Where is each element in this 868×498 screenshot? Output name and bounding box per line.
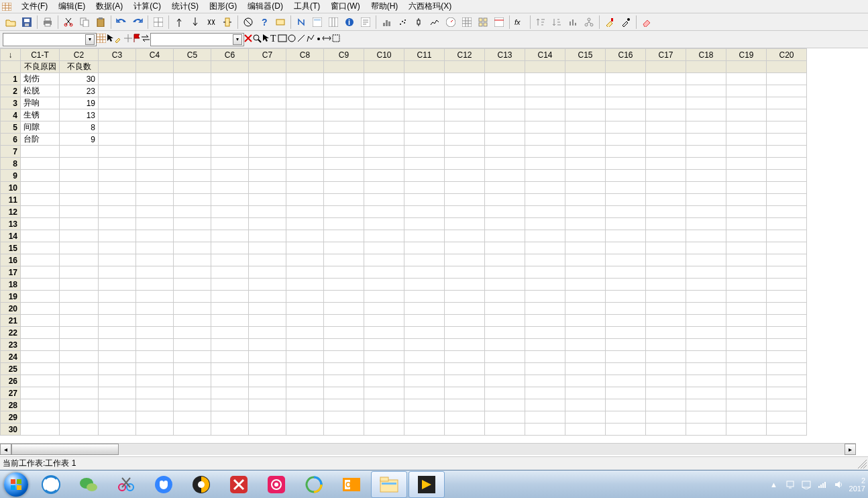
cell[interactable] xyxy=(726,121,767,134)
cell[interactable] xyxy=(485,399,525,411)
cell[interactable] xyxy=(286,85,324,97)
cell[interactable] xyxy=(21,182,60,194)
cell[interactable] xyxy=(565,97,606,109)
sort1-button[interactable] xyxy=(533,15,548,30)
cell[interactable] xyxy=(686,424,726,436)
cell[interactable] xyxy=(606,170,646,182)
cell[interactable] xyxy=(136,351,174,363)
cell[interactable] xyxy=(21,242,60,254)
grid-button[interactable] xyxy=(459,15,474,30)
cell[interactable] xyxy=(136,411,174,424)
cell[interactable] xyxy=(136,375,174,387)
cell[interactable] xyxy=(445,121,485,134)
tray-clock[interactable]: 2 2017 xyxy=(849,477,865,493)
cell[interactable] xyxy=(686,363,726,375)
cell[interactable] xyxy=(174,266,211,279)
cell[interactable] xyxy=(525,242,565,254)
cell[interactable] xyxy=(21,375,60,387)
cell[interactable] xyxy=(136,291,174,303)
cancel-x-button[interactable] xyxy=(244,34,252,44)
cell[interactable]: 异响 xyxy=(21,97,60,109)
worksheet-grid[interactable]: ↓C1-TC2C3C4C5C6C7C8C9C10C11C12C13C14C15C… xyxy=(0,48,868,443)
row-header[interactable]: 5 xyxy=(1,121,21,134)
cell[interactable] xyxy=(565,182,606,194)
col-header[interactable]: C14 xyxy=(525,49,565,61)
cell[interactable] xyxy=(767,363,807,375)
cell[interactable] xyxy=(211,242,249,254)
cell[interactable] xyxy=(445,182,485,194)
cell[interactable] xyxy=(249,230,286,242)
taskbar-app-browser[interactable] xyxy=(33,471,69,498)
cell[interactable] xyxy=(324,303,364,315)
cell[interactable] xyxy=(364,146,404,158)
cell[interactable] xyxy=(767,266,807,279)
cell[interactable] xyxy=(646,266,686,279)
cell[interactable] xyxy=(136,254,174,266)
value-combo[interactable]: ▾ xyxy=(150,33,244,46)
cell[interactable] xyxy=(211,424,249,436)
cell[interactable] xyxy=(286,363,324,375)
scroll-right-button[interactable]: ▸ xyxy=(845,444,856,455)
cell[interactable] xyxy=(286,375,324,387)
cell[interactable] xyxy=(726,242,767,254)
cell[interactable] xyxy=(726,375,767,387)
cell[interactable] xyxy=(174,206,211,218)
cell[interactable] xyxy=(565,327,606,339)
cell[interactable] xyxy=(404,194,445,206)
cell[interactable] xyxy=(21,194,60,206)
taskbar-app-snip[interactable] xyxy=(108,471,144,498)
cell[interactable] xyxy=(767,339,807,351)
tray-up-icon[interactable]: ▲ xyxy=(769,479,779,490)
cell[interactable] xyxy=(286,351,324,363)
cell[interactable] xyxy=(364,158,404,170)
row-header[interactable]: 8 xyxy=(1,158,21,170)
cell[interactable] xyxy=(767,315,807,327)
cell[interactable] xyxy=(646,327,686,339)
cell[interactable] xyxy=(767,206,807,218)
menu-editor[interactable]: 编辑器(D) xyxy=(242,0,288,13)
cell[interactable] xyxy=(99,218,136,230)
cell[interactable] xyxy=(174,279,211,291)
cell[interactable] xyxy=(136,218,174,230)
cell[interactable] xyxy=(485,254,525,266)
cell[interactable] xyxy=(404,424,445,436)
cell[interactable] xyxy=(485,85,525,97)
cell[interactable] xyxy=(485,363,525,375)
cell[interactable] xyxy=(364,375,404,387)
cell[interactable] xyxy=(249,351,286,363)
cell[interactable] xyxy=(174,242,211,254)
subheader-cell[interactable] xyxy=(485,61,525,73)
menu-help[interactable]: 帮助(H) xyxy=(366,0,404,13)
cell[interactable] xyxy=(136,327,174,339)
cell[interactable] xyxy=(60,303,99,315)
cell[interactable] xyxy=(686,242,726,254)
cell[interactable] xyxy=(286,230,324,242)
col-header[interactable]: C10 xyxy=(364,49,404,61)
cell[interactable] xyxy=(646,351,686,363)
cell[interactable] xyxy=(324,351,364,363)
cell[interactable] xyxy=(286,121,324,134)
cell[interactable] xyxy=(404,182,445,194)
cell[interactable] xyxy=(606,194,646,206)
cell[interactable] xyxy=(606,279,646,291)
resize-grip[interactable] xyxy=(857,459,867,468)
row-header[interactable]: 12 xyxy=(1,206,21,218)
cell[interactable] xyxy=(606,375,646,387)
cell[interactable] xyxy=(99,158,136,170)
row-header[interactable]: 11 xyxy=(1,194,21,206)
cell[interactable] xyxy=(525,73,565,85)
cell[interactable] xyxy=(726,327,767,339)
cell[interactable] xyxy=(525,375,565,387)
menu-sixsigma[interactable]: 六西格玛(X) xyxy=(403,0,457,13)
cell[interactable] xyxy=(646,315,686,327)
cell[interactable] xyxy=(211,254,249,266)
cell[interactable] xyxy=(767,121,807,134)
cell[interactable] xyxy=(324,399,364,411)
cell[interactable] xyxy=(324,242,364,254)
cell[interactable] xyxy=(686,146,726,158)
cell[interactable] xyxy=(606,363,646,375)
cell[interactable] xyxy=(364,97,404,109)
cell[interactable] xyxy=(646,85,686,97)
subheader-cell[interactable] xyxy=(136,61,174,73)
cell[interactable] xyxy=(767,279,807,291)
